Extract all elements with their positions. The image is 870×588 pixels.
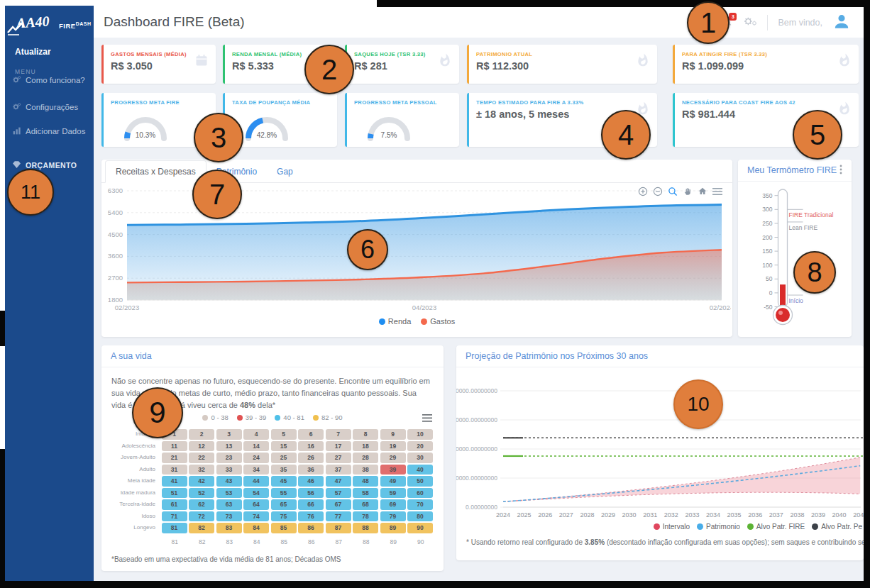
card-accent — [223, 45, 225, 84]
life-cell: 63 — [216, 499, 242, 510]
life-cell: 59 — [380, 488, 406, 499]
header-divider — [767, 15, 768, 30]
card-label: TEMPO ESTIMADO PARA FIRE A 3.33% — [476, 99, 584, 106]
flame-icon — [438, 53, 452, 70]
svg-text:7.5%: 7.5% — [381, 131, 397, 139]
life-cell: 27 — [326, 453, 351, 463]
life-cell: 28 — [353, 453, 378, 463]
legend-dot — [747, 523, 754, 530]
proj-legend-item-3[interactable]: Alvo Patr. FIRE — [747, 523, 805, 531]
svg-text:2033: 2033 — [685, 511, 699, 518]
life-cell: 87 — [326, 523, 351, 533]
life-cell: 85 — [271, 523, 297, 533]
life-cell: 11 — [162, 441, 187, 452]
kebab-menu-icon[interactable] — [839, 165, 842, 177]
life-cell: 19 — [380, 441, 406, 452]
sidebar-item-1[interactable]: Como funciona? — [12, 75, 92, 84]
card-label: GASTOS MENSAIS (MÉDIA) — [111, 51, 187, 57]
sidebar-item-2[interactable]: Configurações — [12, 102, 92, 111]
user-avatar[interactable] — [832, 12, 851, 33]
annotation-circle-3: 3 — [194, 113, 243, 162]
zoom-out-icon[interactable] — [653, 187, 663, 196]
svg-text:0.00000000: 0.00000000 — [466, 504, 497, 511]
life-cell: 3 — [216, 429, 242, 440]
svg-text:600000.00000000: 600000.00000000 — [456, 475, 497, 482]
life-footnote: *Baseado em uma expectativa de vida médi… — [111, 555, 434, 563]
annotation-circle-10: 10 — [673, 379, 723, 429]
life-axis-label: 83 — [216, 538, 243, 545]
screenshot-border-right — [864, 0, 870, 588]
life-cell: 68 — [353, 499, 378, 510]
sidebar-item-orcamento[interactable]: ORÇAMENTO — [12, 160, 77, 170]
tab-1[interactable]: Receitas x Despesas — [105, 160, 207, 183]
life-axis-label: 85 — [270, 538, 298, 545]
sidebar-item-label: Configurações — [26, 103, 78, 111]
pan-icon[interactable] — [683, 187, 693, 196]
app-logo[interactable]: AA40 FIREDASH — [5, 10, 94, 41]
life-grid: Infância12345678910Adolescência111213141… — [106, 429, 433, 533]
svg-text:4500: 4500 — [108, 231, 123, 238]
life-cell: 7 — [326, 429, 351, 440]
sidebar-item-label: ORÇAMENTO — [26, 161, 77, 170]
life-cell: 40 — [407, 465, 433, 475]
svg-text:2025: 2025 — [517, 511, 532, 518]
life-axis-label: 89 — [380, 538, 407, 545]
life-cell: 30 — [407, 453, 433, 463]
gauge: 7.5% — [362, 110, 426, 145]
svg-text:150: 150 — [762, 248, 772, 255]
projection-legend: IntervaloPatrimonioAlvo Patr. FIREAlvo P… — [456, 523, 864, 531]
tab-3[interactable]: Gap — [267, 161, 303, 182]
life-cell: 49 — [380, 476, 406, 487]
menu-icon[interactable] — [712, 187, 722, 196]
legend-item-renda[interactable]: Renda — [379, 317, 411, 326]
svg-text:04/2023: 04/2023 — [412, 304, 436, 311]
life-cell: 76 — [298, 511, 324, 522]
settings-gears-button[interactable] — [743, 16, 757, 30]
annotation-circle-2: 2 — [304, 45, 354, 94]
sidebar: AA40 FIREDASH Atualizar MENU Como funcio… — [5, 6, 94, 581]
life-row-label: Jovem-Adulto — [106, 453, 160, 463]
life-row-label: Idoso — [106, 511, 160, 522]
life-cell: 31 — [162, 465, 187, 475]
dashboard-root: AA40 FIREDASH Atualizar MENU Como funcio… — [0, 0, 870, 588]
life-cell: 42 — [189, 476, 214, 487]
life-cell: 24 — [243, 453, 269, 463]
life-cell: 12 — [189, 441, 214, 452]
annotation-circle-1: 1 — [687, 1, 729, 44]
home-icon[interactable] — [698, 187, 707, 196]
stat-card-5: PARA ATINGIR FIRE (TSR 3.33)R$ 1.099.099 — [673, 45, 859, 84]
life-legend-item-3[interactable]: 40 - 81 — [275, 414, 304, 421]
life-cell: 35 — [271, 465, 297, 475]
svg-text:2035: 2035 — [727, 511, 742, 518]
svg-text:3600: 3600 — [108, 252, 123, 260]
life-axis-label: 90 — [407, 538, 435, 545]
life-legend-item-1[interactable]: 0 - 38 — [202, 414, 228, 421]
sidebar-item-3[interactable]: Adicionar Dados — [12, 126, 92, 135]
sidebar-item-atualizar[interactable]: Atualizar — [15, 47, 51, 57]
life-legend-item-4[interactable]: 82 - 90 — [313, 414, 343, 421]
proj-legend-item-4[interactable]: Alvo Patr. Pe — [812, 523, 862, 531]
selection-zoom-icon[interactable] — [668, 187, 678, 196]
svg-text:2027: 2027 — [559, 511, 573, 518]
annotation-circle-4: 4 — [601, 110, 651, 160]
life-cell: 50 — [407, 476, 433, 487]
card-value: R$ 981.444 — [682, 109, 735, 120]
annotation-circle-6: 6 — [347, 229, 388, 270]
hamburger-menu-icon[interactable] — [422, 412, 432, 425]
life-cell: 33 — [216, 465, 242, 475]
life-cell: 72 — [189, 511, 214, 522]
life-cell: 5 — [271, 429, 297, 440]
welcome-text: Bem vindo, — [778, 18, 822, 28]
proj-legend-item-1[interactable]: Intervalo — [654, 523, 690, 531]
life-cell: 26 — [298, 453, 324, 463]
proj-legend-item-2[interactable]: Patrimonio — [697, 523, 740, 531]
life-cell: 48 — [353, 476, 378, 487]
life-row-label: Meia idade — [106, 476, 160, 487]
legend-item-gastos[interactable]: Gastos — [421, 317, 455, 326]
logo-text: AA40 — [16, 13, 50, 31]
life-cell: 23 — [216, 453, 242, 463]
svg-text:1200000.00000000: 1200000.00000000 — [456, 445, 497, 453]
zoom-in-icon[interactable] — [638, 187, 648, 196]
life-legend-item-2[interactable]: 39 - 39 — [237, 414, 267, 421]
card-label: TAXA DE POUPANÇA MÉDIA — [232, 99, 310, 106]
